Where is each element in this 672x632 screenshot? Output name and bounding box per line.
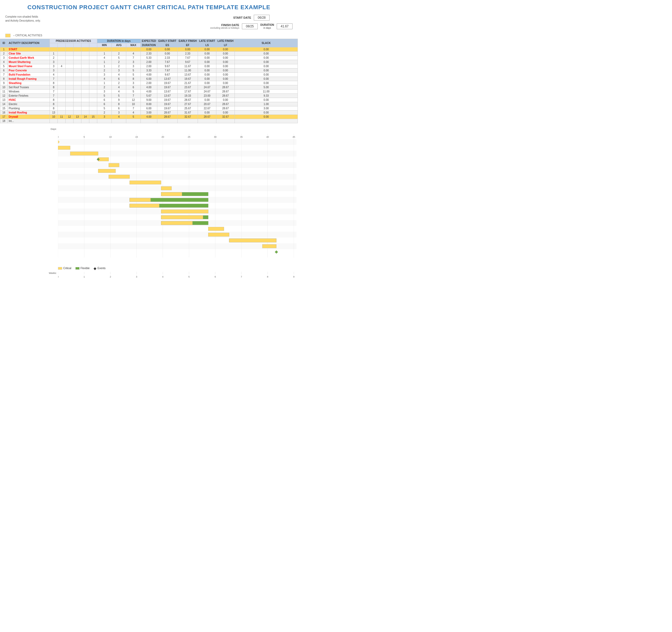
finish-date-value[interactable]: 08/25 bbox=[242, 23, 258, 29]
th-ef-sub: EF bbox=[177, 43, 198, 47]
cell-pa-5 bbox=[81, 55, 89, 60]
th-pa1 bbox=[50, 43, 58, 47]
cell-avg: 3 bbox=[112, 68, 126, 72]
cell-pa-5 bbox=[81, 102, 89, 106]
cell-es: 19.67 bbox=[157, 81, 177, 85]
cell-id: 6 bbox=[0, 68, 8, 72]
legend-text: – CRITICAL ACTIVITIES bbox=[13, 34, 42, 37]
cell-pa-2 bbox=[58, 51, 66, 55]
cell-pa-4 bbox=[74, 68, 81, 72]
cell-pa-6 bbox=[89, 110, 97, 115]
cell-pa-2 bbox=[58, 98, 66, 102]
cell-avg: 6 bbox=[112, 77, 126, 81]
th-pa4 bbox=[74, 43, 81, 47]
cell-ef: 25.67 bbox=[177, 106, 198, 110]
cell-ls: 24.67 bbox=[198, 89, 216, 94]
cell-ef: 23.67 bbox=[177, 85, 198, 89]
cell-slack: 0.00 bbox=[235, 47, 298, 51]
table-row: 3 Conduct Earth Work 2 4 5 7 5.33 2.33 7… bbox=[0, 55, 298, 60]
cell-slack: 0.00 bbox=[235, 115, 298, 119]
duration-value[interactable]: 41.67 bbox=[277, 23, 292, 29]
svg-rect-35 bbox=[109, 163, 119, 167]
cell-es: 19.67 bbox=[157, 85, 177, 89]
cell-avg: 5 bbox=[112, 94, 126, 98]
cell-pa-3 bbox=[66, 68, 74, 72]
svg-text:0: 0 bbox=[58, 135, 59, 138]
cell-pa-1: 1 bbox=[50, 51, 58, 55]
cell-pa-3 bbox=[66, 110, 74, 115]
cell-activity: Install Rough Framing bbox=[8, 77, 50, 81]
cell-pa-4 bbox=[74, 102, 81, 106]
th-id: ID bbox=[0, 39, 8, 47]
table-row: 13 HVAC 8 6 9 12 9.00 19.67 28.67 0.00 0… bbox=[0, 98, 298, 102]
cell-ls: 0.00 bbox=[198, 81, 216, 85]
cell-pa-3 bbox=[66, 94, 74, 98]
cell-id: 8 bbox=[0, 77, 8, 81]
cell-pa-6 bbox=[89, 72, 97, 77]
cell-es: 13.67 bbox=[157, 89, 177, 94]
cell-pa-2 bbox=[58, 47, 66, 51]
cell-lf: 0.00 bbox=[216, 47, 235, 51]
legend-critical: Critical bbox=[63, 267, 71, 270]
svg-rect-39 bbox=[161, 186, 172, 190]
cell-min: 4 bbox=[97, 77, 112, 81]
cell-max: 6 bbox=[126, 85, 141, 89]
cell-pa-1: 7 bbox=[50, 77, 58, 81]
cell-pa-6 bbox=[89, 60, 97, 64]
cell-avg: 9 bbox=[112, 98, 126, 102]
cell-activity: Exterior Finishes bbox=[8, 94, 50, 98]
cell-min: 6 bbox=[97, 98, 112, 102]
cell-pa-3: 12 bbox=[66, 115, 74, 119]
cell-pa-1: 7 bbox=[50, 94, 58, 98]
cell-duration: 6.00 bbox=[141, 77, 157, 81]
cell-min: 6 bbox=[97, 102, 112, 106]
cell-pa-4 bbox=[74, 51, 81, 55]
cell-lf: 28.67 bbox=[216, 102, 235, 106]
svg-text:7: 7 bbox=[241, 275, 242, 278]
cell-id: 1 bbox=[0, 47, 8, 51]
cell-pa-4 bbox=[74, 47, 81, 51]
cell-pa-6 bbox=[89, 55, 97, 60]
cell-pa-2 bbox=[58, 102, 66, 106]
cell-min: 1 bbox=[97, 81, 112, 85]
cell-ls: 0.00 bbox=[198, 47, 216, 51]
chart-section: Days: 051015202530354045 Critical Flexib… bbox=[0, 126, 298, 279]
th-max: MAX bbox=[126, 43, 141, 47]
cell-pa-3 bbox=[66, 55, 74, 60]
table-row: 8 Install Rough Framing 7 4 6 8 6.00 13.… bbox=[0, 77, 298, 81]
cell-pa-6 bbox=[89, 47, 97, 51]
cell-pa-6 bbox=[89, 94, 97, 98]
cell-lf: 0.00 bbox=[216, 60, 235, 64]
th-pa6 bbox=[89, 43, 97, 47]
cell-pa-4 bbox=[74, 72, 81, 77]
cell-min bbox=[97, 47, 112, 51]
cell-duration: 2.33 bbox=[141, 51, 157, 55]
cell-activity: Mount Shuttering bbox=[8, 60, 50, 64]
start-date-value[interactable]: 06/28 bbox=[254, 15, 270, 21]
cell-pa-3 bbox=[66, 119, 74, 123]
table-row: 4 Mount Shuttering 3 1 2 3 2.00 7.67 9.6… bbox=[0, 60, 298, 64]
cell-duration: 3.33 bbox=[141, 68, 157, 72]
th-pa2 bbox=[58, 43, 66, 47]
cell-lf: 0.00 bbox=[216, 77, 235, 81]
table-row: 2 Clear Site 1 1 2 4 2.33 0.00 2.33 0.00… bbox=[0, 51, 298, 55]
cell-pa-5 bbox=[81, 77, 89, 81]
cell-slack: 0.00 bbox=[235, 110, 298, 115]
cell-slack: 0.00 bbox=[235, 64, 298, 68]
cell-min: 2 bbox=[97, 85, 112, 89]
cell-es: 13.67 bbox=[157, 94, 177, 98]
cell-pa-4 bbox=[74, 110, 81, 115]
svg-text:1: 1 bbox=[83, 275, 85, 278]
cell-max: 5 bbox=[126, 89, 141, 94]
cell-pa-6 bbox=[89, 102, 97, 106]
cell-ef: 31.67 bbox=[177, 110, 198, 115]
cell-min: 5 bbox=[97, 106, 112, 110]
cell-min: 2 bbox=[97, 68, 112, 72]
th-duration-group: DURATION in days bbox=[97, 39, 141, 43]
cell-avg: 3 bbox=[112, 110, 126, 115]
cell-pa-3 bbox=[66, 60, 74, 64]
table-row: 14 Electric 8 6 8 10 8.00 19.67 27.67 20… bbox=[0, 102, 298, 106]
cell-activity: HVAC bbox=[8, 98, 50, 102]
svg-text:8: 8 bbox=[267, 275, 268, 278]
cell-duration: 0.00 bbox=[141, 47, 157, 51]
